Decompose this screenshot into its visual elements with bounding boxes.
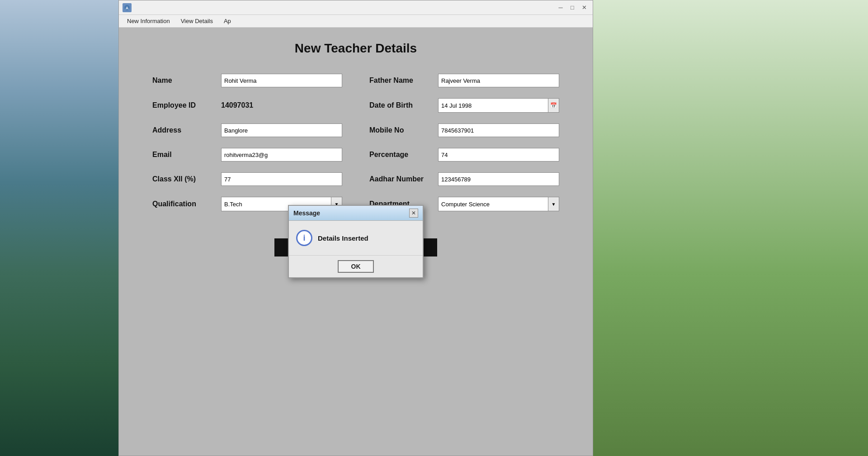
info-icon: i: [296, 230, 312, 246]
svg-text:A: A: [126, 6, 129, 10]
title-bar-left: A: [123, 3, 132, 12]
dialog-close-button[interactable]: ✕: [409, 209, 418, 218]
dialog-body: i Details Inserted: [289, 221, 423, 255]
title-bar-controls: ─ □ ✕: [556, 3, 589, 13]
dialog-message-text: Details Inserted: [318, 234, 368, 242]
dialog-title-text: Message: [293, 209, 320, 217]
dialog-title-bar: Message ✕: [289, 206, 423, 221]
dialog-overlay: Message ✕ i Details Inserted OK: [119, 28, 593, 456]
menu-bar: New Information View Details Ap: [119, 15, 593, 28]
minimize-button[interactable]: ─: [556, 3, 566, 13]
menu-new-information[interactable]: New Information: [123, 16, 175, 26]
title-bar: A ─ □ ✕: [119, 0, 593, 15]
dialog-footer: OK: [289, 255, 423, 277]
menu-ap[interactable]: Ap: [219, 16, 236, 26]
left-background-panel: [0, 0, 118, 456]
close-button[interactable]: ✕: [579, 3, 589, 13]
main-window: A ─ □ ✕ New Information View Details Ap …: [118, 0, 593, 456]
dialog-ok-button[interactable]: OK: [338, 260, 374, 273]
maximize-button[interactable]: □: [567, 3, 577, 13]
menu-view-details[interactable]: View Details: [176, 16, 217, 26]
message-dialog: Message ✕ i Details Inserted OK: [288, 205, 424, 278]
app-icon: A: [123, 3, 132, 12]
right-background-panel: [593, 0, 868, 456]
form-area: New Teacher Details Name Father Name Emp…: [119, 28, 593, 456]
